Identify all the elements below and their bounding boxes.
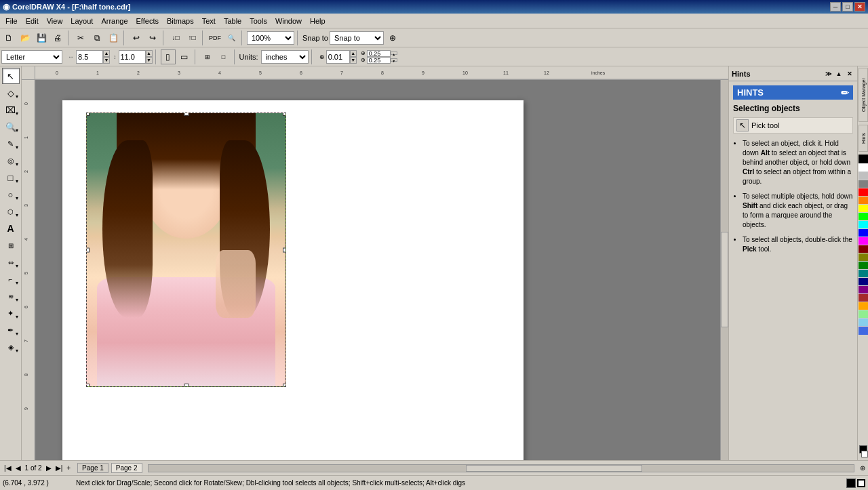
paste-button[interactable]: 📋 (106, 30, 121, 45)
horizontal-scrollbar-thumb[interactable] (466, 465, 642, 472)
hints-edit-icon[interactable]: ✏ (841, 87, 849, 98)
paper-size-select[interactable]: Letter (1, 50, 62, 64)
smart-fill-tool-button[interactable]: ◎▾ (2, 152, 20, 169)
width-spinner[interactable]: ▲▼ (103, 50, 110, 64)
swatch-cyan[interactable] (859, 221, 868, 229)
menu-item-arrange[interactable]: Arrange (97, 16, 132, 26)
eyedropper-tool-button[interactable]: ✦▾ (2, 305, 20, 321)
height-input[interactable] (119, 50, 146, 64)
handle-tr[interactable] (283, 113, 286, 116)
stroke-color-indicator[interactable] (861, 451, 868, 457)
menu-item-effects[interactable]: Effects (132, 16, 163, 26)
add-page-button[interactable]: + (65, 464, 72, 472)
height-spinner[interactable]: ▲▼ (146, 50, 153, 64)
handle-tm[interactable] (184, 113, 189, 116)
menu-item-text[interactable]: Text (198, 16, 220, 26)
import-button[interactable]: ↓□ (168, 30, 183, 45)
swatch-darkgreen[interactable] (859, 262, 868, 270)
handle-rm[interactable] (283, 247, 286, 252)
cut-button[interactable]: ✂ (73, 30, 88, 45)
print-button[interactable]: 🖨 (50, 30, 65, 45)
image-object[interactable] (86, 113, 286, 387)
nudge2-input[interactable] (367, 50, 391, 57)
new-button[interactable]: 🗋 (1, 30, 16, 45)
menu-item-window[interactable]: Window (271, 16, 306, 26)
swatch-magenta[interactable] (859, 237, 868, 245)
rectangle-tool-button[interactable]: □▾ (2, 169, 20, 186)
handle-tl[interactable] (86, 113, 90, 116)
swatch-skyblue[interactable] (859, 319, 868, 327)
menu-item-layout[interactable]: Layout (66, 16, 97, 26)
close-button[interactable]: ✕ (854, 2, 865, 12)
dimension-tool-button[interactable]: ⇔▾ (2, 254, 20, 270)
ellipse-tool-button[interactable]: ○▾ (2, 186, 20, 203)
open-button[interactable]: 📂 (18, 30, 33, 45)
zoom-tool-button[interactable]: 🔍▾ (2, 119, 20, 135)
blend-tool-button[interactable]: ≋▾ (2, 288, 20, 304)
connector-tool-button[interactable]: ⌐▾ (2, 271, 20, 287)
publish-button[interactable]: PDF (208, 30, 222, 45)
next-page-button[interactable]: ▶ (45, 464, 53, 472)
pick-tool-button[interactable]: ↖ (2, 68, 20, 84)
swatch-royalblue[interactable] (859, 327, 868, 335)
maximize-button[interactable]: □ (842, 2, 853, 12)
zoom-button[interactable]: 🔍 (224, 30, 239, 45)
stroke-indicator[interactable] (857, 479, 865, 487)
export-button[interactable]: ↑□ (184, 30, 199, 45)
swatch-silver[interactable] (859, 172, 868, 180)
snap-select[interactable]: Snap to (330, 31, 384, 45)
redo-button[interactable]: ↪ (145, 30, 160, 45)
prev-page-button[interactable]: ◀ (14, 464, 22, 472)
menu-item-table[interactable]: Table (220, 16, 245, 26)
nudge3-input[interactable] (367, 57, 391, 64)
freehand-tool-button[interactable]: ✎▾ (2, 136, 20, 152)
menu-item-view[interactable]: View (43, 16, 67, 26)
handle-bl[interactable] (86, 384, 90, 387)
vertical-scrollbar-thumb[interactable] (721, 232, 728, 327)
fill-tool-button[interactable]: ◈▾ (2, 339, 20, 355)
handle-bm[interactable] (184, 384, 189, 387)
swatch-teal[interactable] (859, 270, 868, 278)
swatch-yellow[interactable] (859, 205, 868, 213)
menu-item-bitmaps[interactable]: Bitmaps (163, 16, 198, 26)
canvas-content[interactable] (35, 80, 728, 460)
menu-item-tools[interactable]: Tools (245, 16, 271, 26)
snap-settings-button[interactable]: ⊕ (385, 30, 400, 45)
width-input[interactable] (76, 50, 103, 64)
undo-button[interactable]: ↩ (129, 30, 144, 45)
nudge-spinner[interactable]: ▲▼ (350, 50, 357, 64)
crop-tool-button[interactable]: ⌧▾ (2, 102, 20, 118)
landscape-button[interactable]: ▭ (177, 49, 192, 64)
hints-close-button[interactable]: ✕ (845, 69, 854, 79)
text-tool-button[interactable]: A (2, 220, 20, 237)
minimize-button[interactable]: ─ (830, 2, 841, 12)
vertical-scrollbar[interactable] (720, 80, 728, 460)
swatch-blue[interactable] (859, 229, 868, 237)
zoom-fit-button[interactable]: ⊕ (860, 464, 865, 472)
swatch-orange[interactable] (859, 197, 868, 205)
portrait-button[interactable]: ▯ (161, 49, 176, 64)
menu-item-help[interactable]: Help (306, 16, 330, 26)
fill-indicator[interactable] (846, 478, 856, 488)
handle-br[interactable] (283, 384, 286, 387)
nudge-input[interactable] (326, 50, 350, 64)
swatch-brown[interactable] (859, 294, 868, 302)
menu-item-file[interactable]: File (1, 16, 22, 26)
polygon-tool-button[interactable]: ⬡▾ (2, 203, 20, 220)
zoom-select[interactable]: 100%75%50%200% (247, 31, 294, 45)
menu-item-edit[interactable]: Edit (22, 16, 43, 26)
swatch-olive[interactable] (859, 253, 868, 262)
hints-tab[interactable]: Hints (859, 125, 868, 152)
canvas-area[interactable]: 0 1 2 3 4 5 6 7 8 9 10 11 12 inches (22, 66, 728, 460)
swatch-white[interactable] (859, 164, 868, 172)
shape-tool-button[interactable]: ◇▾ (2, 85, 20, 101)
swatch-purple[interactable] (859, 286, 868, 294)
swatch-green[interactable] (859, 213, 868, 221)
last-page-button[interactable]: ▶| (54, 464, 64, 472)
page2-tab[interactable]: Page 2 (111, 463, 142, 473)
swatch-navy[interactable] (859, 278, 868, 286)
all-pages-button[interactable]: ⊞ (200, 49, 215, 64)
swatch-gray[interactable] (859, 180, 868, 188)
swatch-red[interactable] (859, 188, 868, 197)
units-select[interactable]: inchesmmcmpixels (261, 50, 309, 64)
